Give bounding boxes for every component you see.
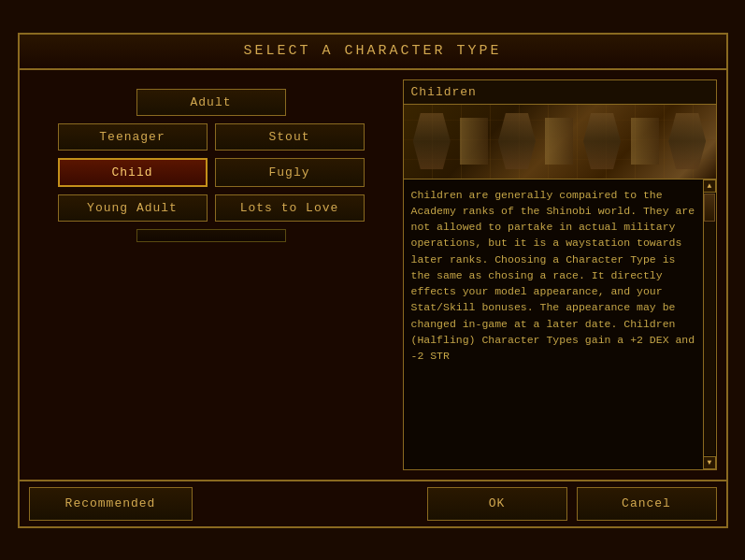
bottom-bar: Recommended OK Cancel [20, 480, 726, 526]
deco-2 [460, 118, 488, 165]
left-panel: Adult Teenager Stout Child Fugly Young A… [29, 79, 394, 470]
scroll-thumb[interactable] [704, 194, 715, 222]
right-panel: Children Children are generally compaire… [403, 79, 717, 470]
teenager-button[interactable]: Teenager [58, 123, 208, 151]
button-row-1: Adult [38, 89, 384, 116]
stout-button[interactable]: Stout [215, 123, 365, 151]
scroll-track[interactable] [704, 194, 715, 455]
recommended-button[interactable]: Recommended [29, 487, 193, 521]
scroll-down-arrow[interactable]: ▼ [703, 456, 716, 469]
lots-to-love-button[interactable]: Lots to Love [215, 194, 365, 222]
button-row-2: Teenager Stout [38, 123, 384, 151]
child-button[interactable]: Child [58, 158, 208, 187]
button-row-3: Child Fugly [38, 158, 384, 187]
scroll-up-arrow[interactable]: ▲ [703, 179, 716, 193]
button-row-4: Young Adult Lots to Love [38, 194, 384, 222]
deco-5 [583, 113, 621, 169]
deco-6 [631, 118, 659, 165]
deco-4 [545, 118, 573, 165]
title-bar: Select a Character Type [20, 35, 726, 70]
image-decoration [404, 105, 716, 179]
character-image [404, 105, 716, 179]
cancel-button[interactable]: Cancel [577, 487, 717, 521]
description-text: Children are generally compaired to the … [404, 179, 703, 469]
scrollbar[interactable]: ▲ ▼ [703, 179, 716, 469]
fugly-button[interactable]: Fugly [215, 158, 365, 187]
bottom-right: OK Cancel [427, 487, 717, 521]
dialog-title: Select a Character Type [243, 43, 501, 59]
ok-button[interactable]: OK [427, 487, 567, 521]
young-adult-button[interactable]: Young Adult [58, 194, 208, 222]
deco-7 [668, 113, 706, 169]
main-dialog: Select a Character Type Adult Teenager S… [18, 33, 728, 528]
main-content: Adult Teenager Stout Child Fugly Young A… [20, 70, 726, 480]
button-row-5 [38, 229, 384, 242]
deco-1 [413, 113, 451, 169]
adult-button[interactable]: Adult [136, 89, 286, 116]
right-panel-inner: Children are generally compaired to the … [404, 179, 716, 469]
character-type-title: Children [404, 80, 716, 105]
bottom-left: Recommended [29, 487, 207, 521]
deco-3 [498, 113, 536, 169]
empty-button[interactable] [136, 229, 286, 242]
